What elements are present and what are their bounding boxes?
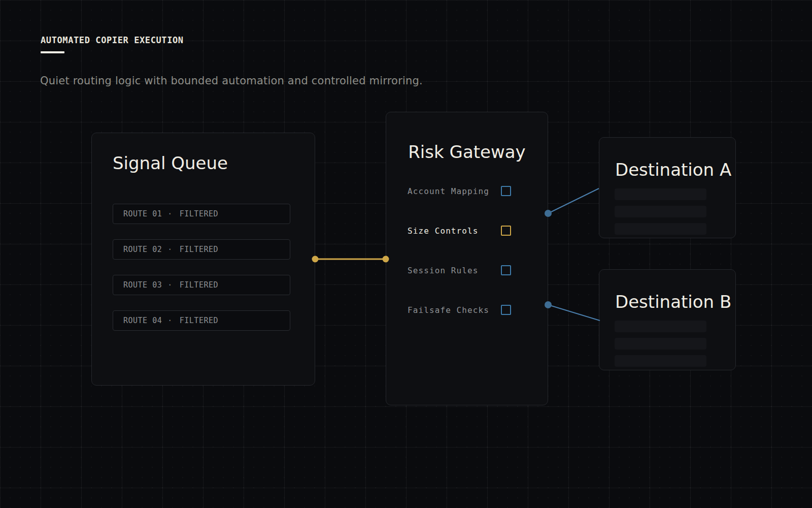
- risk-label-size-controls: Size Controls: [408, 226, 479, 236]
- route-row-01: ROUTE 01·FILTERED: [113, 204, 290, 224]
- placeholder-line: [615, 188, 706, 200]
- page-title: AUTOMATED COPIER EXECUTION: [41, 35, 184, 45]
- route-separator: ·: [167, 311, 173, 330]
- destination-b-panel: Destination B: [599, 269, 736, 370]
- account-mapping-checkbox[interactable]: [501, 186, 511, 196]
- connector-line-gateway-to-destination-a: [548, 188, 599, 213]
- route-row-03: ROUTE 03·FILTERED: [113, 275, 290, 295]
- failsafe-checks-checkbox[interactable]: [501, 305, 511, 315]
- route-separator: ·: [167, 240, 173, 259]
- placeholder-line: [615, 321, 706, 332]
- route-status: FILTERED: [180, 280, 218, 290]
- placeholder-line: [615, 355, 706, 367]
- risk-gateway-panel: Risk Gateway Account Mapping Size Contro…: [386, 112, 548, 405]
- risk-label-account-mapping: Account Mapping: [408, 186, 489, 196]
- route-row-02: ROUTE 02·FILTERED: [113, 239, 290, 260]
- destination-a-title: Destination A: [615, 159, 731, 180]
- session-rules-checkbox[interactable]: [501, 265, 511, 275]
- risk-label-session-rules: Session Rules: [408, 266, 479, 275]
- route-row-04: ROUTE 04·FILTERED: [113, 310, 290, 331]
- risk-gateway-title: Risk Gateway: [386, 141, 548, 163]
- risk-row-failsafe-checks: Failsafe Checks: [408, 304, 511, 316]
- page-subtitle: Quiet routing logic with bounded automat…: [40, 75, 423, 87]
- route-status: FILTERED: [180, 316, 218, 325]
- route-id: ROUTE 02: [123, 245, 162, 254]
- destination-b-title: Destination B: [615, 291, 731, 312]
- page-background: { "header": { "title": "AUTOMATED COPIER…: [0, 0, 812, 508]
- size-controls-checkbox[interactable]: [501, 226, 511, 236]
- route-id: ROUTE 03: [123, 280, 162, 290]
- title-underline: [41, 51, 64, 53]
- destination-a-panel: Destination A: [599, 137, 736, 238]
- route-id: ROUTE 01: [123, 209, 162, 218]
- risk-label-failsafe-checks: Failsafe Checks: [408, 305, 489, 315]
- placeholder-line: [615, 206, 706, 217]
- route-status: FILTERED: [180, 245, 218, 254]
- route-separator: ·: [167, 275, 173, 295]
- risk-row-account-mapping: Account Mapping: [408, 185, 511, 197]
- placeholder-line: [615, 223, 706, 235]
- connector-line-gateway-to-destination-b: [548, 305, 600, 321]
- risk-row-size-controls: Size Controls: [408, 225, 511, 237]
- route-id: ROUTE 04: [123, 316, 162, 325]
- placeholder-line: [615, 338, 706, 350]
- signal-queue-panel: Signal Queue ROUTE 01·FILTERED ROUTE 02·…: [91, 133, 315, 386]
- route-separator: ·: [167, 204, 173, 224]
- risk-row-session-rules: Session Rules: [408, 264, 511, 276]
- route-status: FILTERED: [180, 209, 218, 218]
- signal-queue-title: Signal Queue: [113, 152, 228, 174]
